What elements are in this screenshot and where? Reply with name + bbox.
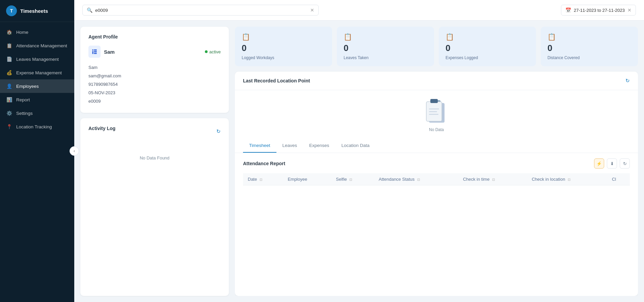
logo-icon: T: [6, 5, 17, 16]
no-data-illustration: [423, 97, 450, 127]
agent-profile-card: Agent Profile Sam active Sam sam@gmail.c…: [80, 27, 229, 113]
tabs-header: Timesheet Leaves Expenses Location Data: [235, 139, 638, 153]
location-title: Last Recorded Location Point: [243, 78, 310, 83]
location-no-data-label: No Data: [429, 127, 444, 132]
activity-log-card: Activity Log ↻ No Data Found: [80, 118, 229, 296]
settings-icon: ⚙️: [6, 110, 12, 116]
location-section: Last Recorded Location Point ↻: [235, 72, 638, 90]
sidebar-item-expense[interactable]: 💰 Expense Management: [0, 66, 74, 79]
location-refresh-button[interactable]: ↻: [625, 78, 630, 84]
selfie-sort-icon[interactable]: ⊡: [349, 178, 352, 181]
profile-name-field: Sam: [88, 63, 221, 72]
sidebar-collapse-button[interactable]: ‹: [70, 146, 79, 156]
sidebar-label-leaves: Leaves Management: [16, 57, 59, 62]
leaves-icon: 📄: [6, 56, 12, 62]
left-panel: Agent Profile Sam active Sam sam@gmail.c…: [80, 27, 229, 296]
location-icon: 📍: [6, 124, 12, 130]
sidebar-label-expense: Expense Management: [16, 70, 62, 75]
sidebar-label-settings: Settings: [16, 111, 33, 116]
activity-log-header: Activity Log ↻: [88, 126, 221, 137]
status-label: active: [209, 49, 221, 54]
activity-log-title: Activity Log: [88, 126, 115, 131]
stat-logged-workdays: 📋 0 Logged Workdays: [235, 27, 332, 66]
search-clear-button[interactable]: ✕: [310, 7, 314, 13]
refresh-button[interactable]: ↻: [620, 158, 630, 169]
sidebar-item-location[interactable]: 📍 Location Tracking: [0, 120, 74, 133]
profile-id-field: e0009: [88, 97, 221, 105]
sidebar-item-attendance[interactable]: 📋 Attendance Management: [0, 39, 74, 52]
sidebar-item-leaves[interactable]: 📄 Leaves Management: [0, 52, 74, 66]
sidebar-logo: T Timesheets: [0, 0, 74, 22]
stat-distance-covered: 📋 0 Distance Covered: [541, 27, 638, 66]
sidebar-label-attendance: Attendance Management: [16, 43, 67, 48]
checkin-time-sort-icon[interactable]: ⊡: [492, 178, 495, 181]
sidebar: T Timesheets 🏠 Home 📋 Attendance Managem…: [0, 0, 74, 302]
date-range-clear-button[interactable]: ✕: [627, 7, 632, 13]
stat-expenses-logged: 📋 0 Expenses Logged: [439, 27, 536, 66]
search-input[interactable]: [95, 8, 307, 13]
distance-icon: 📋: [547, 33, 556, 41]
attendance-icon: 📋: [6, 43, 12, 49]
attendance-header: Attendance Report ⚡ ⬇ ↻: [243, 158, 630, 169]
date-range-value: 27-11-2023 to 27-11-2023: [574, 8, 625, 13]
tab-timesheet[interactable]: Timesheet: [243, 139, 276, 153]
location-body: No Data: [235, 90, 638, 139]
distance-value: 0: [547, 43, 552, 53]
attendance-title: Attendance Report: [243, 161, 285, 166]
profile-phone-field: 917890987654: [88, 80, 221, 89]
search-icon: 🔍: [87, 7, 92, 13]
workdays-value: 0: [242, 43, 246, 53]
date-sort-icon[interactable]: ⊡: [260, 178, 262, 181]
col-selfie: Selfie ⊡: [331, 173, 374, 185]
leaves-taken-label: Leaves Taken: [344, 55, 369, 60]
sidebar-item-settings[interactable]: ⚙️ Settings: [0, 106, 74, 120]
tabs-section: Timesheet Leaves Expenses Location Data …: [235, 139, 638, 296]
sidebar-label-home: Home: [16, 30, 28, 35]
report-icon: 📊: [6, 97, 12, 103]
sidebar-item-employees[interactable]: 👤 Employees: [0, 79, 74, 93]
svg-rect-5: [429, 111, 437, 112]
col-checkin-location: Check in location ⊡: [527, 173, 607, 185]
sidebar-label-employees: Employees: [16, 84, 39, 89]
employees-icon: 👤: [6, 83, 12, 89]
attendance-section: Attendance Report ⚡ ⬇ ↻: [235, 153, 638, 296]
sidebar-item-home[interactable]: 🏠 Home: [0, 25, 74, 39]
home-icon: 🏠: [6, 29, 12, 35]
agent-profile-title: Agent Profile: [88, 34, 221, 40]
expenses-logged-label: Expenses Logged: [446, 55, 478, 60]
tab-leaves[interactable]: Leaves: [276, 139, 303, 153]
attendance-actions: ⚡ ⬇ ↻: [594, 158, 630, 169]
agent-name: Sam: [104, 49, 115, 55]
tab-expenses[interactable]: Expenses: [303, 139, 335, 153]
tab-location-data[interactable]: Location Data: [335, 139, 375, 153]
status-badge: active: [205, 49, 221, 54]
workdays-label: Logged Workdays: [242, 55, 274, 60]
activity-refresh-button[interactable]: ↻: [216, 128, 221, 134]
activity-no-data: No Data Found: [88, 142, 221, 174]
date-range-picker[interactable]: 📅 27-11-2023 to 27-11-2023 ✕: [561, 5, 636, 16]
sidebar-item-report[interactable]: 📊 Report: [0, 93, 74, 106]
location-sort-icon[interactable]: ⊡: [568, 178, 570, 181]
sidebar-label-report: Report: [16, 97, 30, 102]
col-employee: Employee: [283, 173, 331, 185]
expenses-logged-icon: 📋: [446, 33, 454, 41]
sidebar-label-location: Location Tracking: [16, 124, 52, 129]
search-box: 🔍 ✕: [82, 5, 319, 16]
right-panel: 📋 0 Logged Workdays 📋 0 Leaves Taken 📋 0…: [235, 27, 638, 296]
svg-rect-6: [429, 114, 438, 115]
app-name: Timesheets: [20, 8, 48, 14]
filter-button[interactable]: ⚡: [594, 158, 604, 169]
status-sort-icon[interactable]: ⊡: [417, 178, 420, 181]
profile-date-field: 05-NOV-2023: [88, 89, 221, 97]
avatar-icon: [88, 46, 101, 58]
col-checkin-time: Check in time ⊡: [458, 173, 527, 185]
agent-avatar: Sam: [88, 46, 115, 58]
content-area: Agent Profile Sam active Sam sam@gmail.c…: [74, 21, 644, 302]
svg-rect-4: [429, 108, 439, 109]
expense-icon: 💰: [6, 70, 12, 76]
calendar-icon: 📅: [565, 7, 571, 13]
svg-rect-3: [430, 99, 438, 103]
status-dot: [205, 50, 208, 53]
col-attendance-status: Attendance Status ⊡: [374, 173, 458, 185]
download-button[interactable]: ⬇: [607, 158, 617, 169]
